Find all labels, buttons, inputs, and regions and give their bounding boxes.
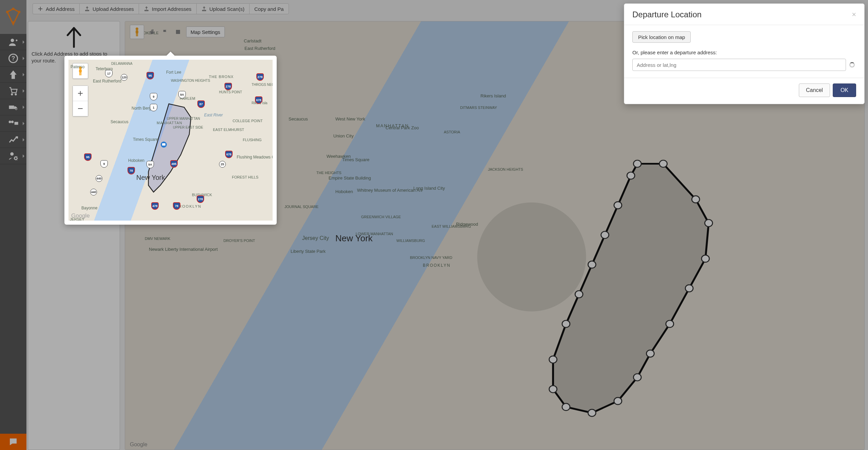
hwy-shield: 120: [121, 74, 127, 81]
pick-location-label: Pick location on map: [638, 34, 685, 40]
svg-rect-47: [81, 73, 82, 75]
minimap-label: UPPER EAST SIDE: [173, 126, 203, 129]
minimap-label: Fort Lee: [166, 70, 181, 75]
minimap-overlay: [68, 60, 273, 221]
minimap-label: New York: [136, 174, 165, 182]
minimap-label: THROGS NECI: [252, 83, 273, 87]
hwy-shield: 78: [127, 167, 135, 174]
hwy-shield: 278: [197, 195, 204, 203]
minimap-popup: + − Paterso Teterboro East Rutherford No…: [64, 56, 277, 225]
cancel-button[interactable]: Cancel: [799, 83, 830, 97]
minimap-label: Hoboken: [128, 158, 144, 163]
minimap-label: Flushing Meadows Corona Park: [237, 155, 273, 160]
address-loading-spinner: [848, 59, 856, 71]
svg-rect-45: [79, 69, 82, 73]
minimap[interactable]: + − Paterso Teterboro East Rutherford No…: [68, 60, 273, 221]
minimap-label: FOREST HILLS: [232, 175, 258, 179]
hwy-shield: 25: [219, 161, 226, 168]
hwy-shield: 495: [170, 160, 178, 168]
svg-rect-43: [162, 143, 165, 146]
hwy-shield: 440: [90, 189, 97, 195]
modal-title: Departure Location: [632, 10, 702, 19]
hwy-shield: 9A: [146, 161, 154, 168]
hwy-shield: 9: [150, 93, 157, 100]
minimap-label: EAST ELMHURST: [213, 128, 244, 132]
hwy-shield: 17: [105, 70, 113, 77]
minimap-label: THE BRONX: [209, 75, 234, 79]
close-icon: ×: [852, 10, 856, 19]
hwy-shield: 678: [255, 96, 262, 104]
hwy-shield: 9A: [178, 91, 186, 98]
modal-close-button[interactable]: ×: [852, 11, 856, 18]
minimap-label: Times Square: [133, 137, 158, 142]
hwy-shield: 478: [151, 202, 159, 210]
minimap-label: COLLEGE POINT: [233, 119, 263, 123]
minimap-label: Paterso: [71, 64, 84, 69]
hwy-shield: 9: [100, 160, 108, 168]
minimap-attribution: Google: [71, 212, 90, 219]
hwy-shield: 278: [256, 73, 264, 81]
hwy-shield: 78: [173, 202, 180, 210]
minimap-label: DELAWANNA: [111, 62, 133, 65]
hwy-shield: 678: [225, 151, 233, 158]
minimap-label: HUNTS POINT: [219, 90, 242, 94]
departure-location-modal: Departure Location × Pick location on ma…: [624, 3, 865, 104]
popup-tail: [166, 52, 175, 56]
hwy-shield: 440: [96, 175, 102, 182]
minimap-label: Secaucus: [111, 119, 129, 124]
hwy-shield: 1: [150, 104, 157, 111]
ok-button[interactable]: OK: [833, 83, 856, 97]
minimap-label: UPPER MANHATTAN: [167, 117, 200, 120]
hwy-shield: 95: [84, 153, 92, 161]
minimap-label: WASHINGTON HEIGHTS: [171, 79, 210, 82]
svg-rect-46: [79, 73, 80, 75]
minimap-label: MANHATTAN: [157, 121, 182, 125]
address-field-label: Or, please enter a departure address:: [632, 50, 856, 55]
minimap-zoom: + −: [73, 86, 88, 116]
minimap-label: FLUSHING: [243, 138, 262, 142]
pick-location-button[interactable]: Pick location on map: [632, 31, 691, 43]
minimap-label: Bayonne: [81, 206, 97, 210]
hwy-shield: 278: [224, 83, 232, 90]
departure-address-input[interactable]: [632, 59, 846, 71]
minimap-label: East Rutherford: [93, 79, 121, 83]
hwy-shield: 95: [146, 72, 154, 79]
zoom-out-button[interactable]: −: [73, 101, 88, 116]
ok-label: OK: [841, 87, 848, 93]
zoom-in-button[interactable]: +: [73, 86, 88, 101]
hwy-shield: 87: [197, 100, 205, 108]
cancel-label: Cancel: [806, 87, 823, 93]
minimap-label: East River: [204, 113, 223, 117]
